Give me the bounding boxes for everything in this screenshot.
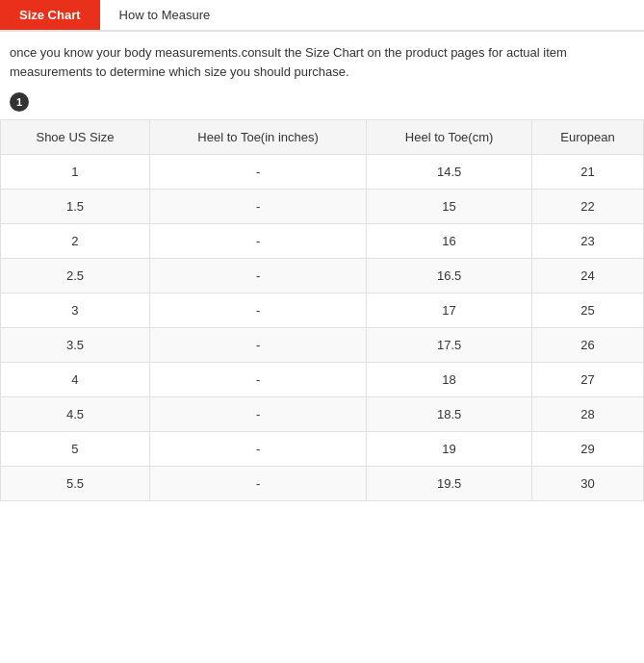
table-row: 3.5-17.526: [1, 328, 644, 363]
table-cell-8-2: 19: [367, 432, 532, 467]
table-cell-9-3: 30: [531, 467, 643, 501]
table-cell-6-2: 18: [367, 363, 532, 397]
table-cell-4-3: 25: [531, 293, 643, 328]
table-cell-7-3: 28: [531, 397, 643, 432]
table-cell-7-1: -: [149, 397, 366, 432]
tab-size-chart[interactable]: Size Chart: [0, 0, 100, 30]
table-row: 5-1929: [1, 432, 644, 467]
table-cell-2-3: 23: [531, 224, 643, 259]
col-header-heel-cm: Heel to Toe(cm): [367, 120, 532, 155]
table-cell-5-1: -: [149, 328, 366, 363]
table-cell-1-3: 22: [531, 190, 643, 224]
table-cell-6-1: -: [149, 363, 366, 397]
table-row: 2.5-16.524: [1, 259, 644, 293]
table-cell-5-3: 26: [531, 328, 643, 363]
table-cell-2-2: 16: [367, 224, 532, 259]
table-row: 4-1827: [1, 363, 644, 397]
tab-bar: Size Chart How to Measure: [0, 0, 644, 32]
table-cell-9-0: 5.5: [1, 467, 150, 501]
table-cell-3-1: -: [149, 259, 366, 293]
table-cell-1-2: 15: [367, 190, 532, 224]
table-cell-6-3: 27: [531, 363, 643, 397]
col-header-european: European: [531, 120, 643, 155]
table-cell-5-2: 17.5: [367, 328, 532, 363]
table-cell-4-0: 3: [1, 293, 150, 328]
table-cell-9-2: 19.5: [367, 467, 532, 501]
table-cell-7-0: 4.5: [1, 397, 150, 432]
size-chart-table: Shoe US Size Heel to Toe(in inches) Heel…: [0, 119, 644, 501]
table-cell-8-0: 5: [1, 432, 150, 467]
table-cell-2-0: 2: [1, 224, 150, 259]
table-row: 1.5-1522: [1, 190, 644, 224]
table-header-row: Shoe US Size Heel to Toe(in inches) Heel…: [1, 120, 644, 155]
table-cell-4-2: 17: [367, 293, 532, 328]
table-cell-0-2: 14.5: [367, 155, 532, 190]
description-text: once you know your body measurements.con…: [0, 32, 644, 87]
col-header-us-size: Shoe US Size: [1, 120, 150, 155]
table-cell-8-1: -: [149, 432, 366, 467]
table-cell-0-0: 1: [1, 155, 150, 190]
table-cell-1-0: 1.5: [1, 190, 150, 224]
table-cell-7-2: 18.5: [367, 397, 532, 432]
tab-how-to-measure[interactable]: How to Measure: [100, 0, 230, 30]
table-row: 3-1725: [1, 293, 644, 328]
step-number: 1: [10, 92, 29, 112]
table-cell-1-1: -: [149, 190, 366, 224]
table-cell-0-1: -: [149, 155, 366, 190]
table-row: 5.5-19.530: [1, 467, 644, 501]
table-row: 2-1623: [1, 224, 644, 259]
table-cell-4-1: -: [149, 293, 366, 328]
table-row: 4.5-18.528: [1, 397, 644, 432]
table-cell-5-0: 3.5: [1, 328, 150, 363]
col-header-heel-inch: Heel to Toe(in inches): [149, 120, 366, 155]
table-cell-3-0: 2.5: [1, 259, 150, 293]
table-cell-8-3: 29: [531, 432, 643, 467]
table-cell-9-1: -: [149, 467, 366, 501]
table-cell-3-2: 16.5: [367, 259, 532, 293]
table-cell-6-0: 4: [1, 363, 150, 397]
table-cell-3-3: 24: [531, 259, 643, 293]
table-row: 1-14.521: [1, 155, 644, 190]
table-cell-2-1: -: [149, 224, 366, 259]
table-cell-0-3: 21: [531, 155, 643, 190]
